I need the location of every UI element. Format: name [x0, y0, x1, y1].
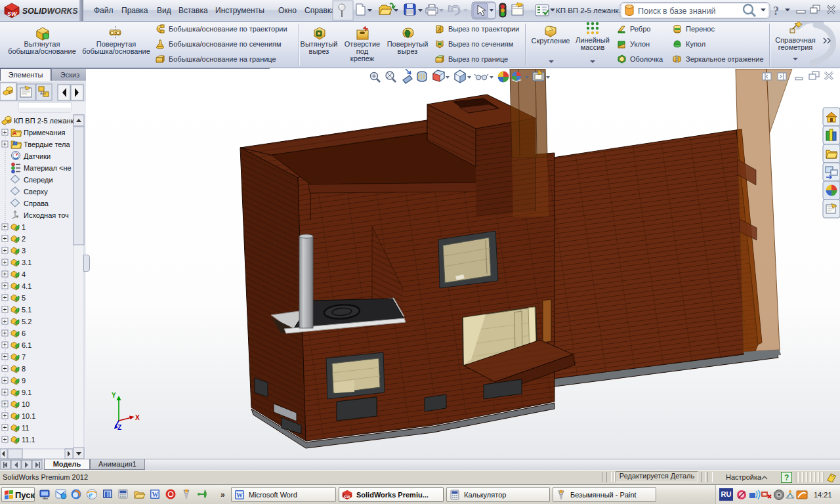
svg-text:6.1: 6.1: [22, 341, 32, 349]
svg-text:1: 1: [22, 223, 26, 231]
svg-text:5.2: 5.2: [22, 318, 32, 326]
svg-text:Материал <не: Материал <не: [24, 164, 72, 172]
svg-text:SW: SW: [7, 10, 18, 17]
svg-text:9.1: 9.1: [22, 388, 32, 396]
svg-text:Примечания: Примечания: [24, 129, 66, 136]
svg-text:10.1: 10.1: [22, 412, 35, 420]
svg-text:8: 8: [22, 365, 26, 373]
svg-text:КП ВП 2-5 лежанк...: КП ВП 2-5 лежанк...: [556, 7, 625, 14]
svg-text:X: X: [135, 414, 140, 421]
svg-text:Справа: Справа: [24, 200, 49, 207]
svg-text:Спереди: Спереди: [24, 176, 53, 184]
svg-text:2: 2: [22, 235, 26, 243]
svg-text:Y: Y: [112, 392, 116, 399]
svg-text:10: 10: [22, 400, 30, 408]
svg-text:Поиск в базе знаний: Поиск в базе знаний: [638, 7, 715, 16]
svg-text:3: 3: [22, 247, 26, 255]
svg-text:3.1: 3.1: [22, 259, 32, 266]
svg-text:e: e: [89, 490, 93, 499]
svg-text:Исходная точ: Исходная точ: [24, 211, 69, 219]
svg-text:5.1: 5.1: [22, 306, 32, 314]
svg-text:9: 9: [22, 377, 26, 385]
svg-text:A: A: [12, 130, 17, 136]
svg-text:4: 4: [22, 270, 26, 278]
svg-text:Z: Z: [117, 424, 121, 431]
svg-text:Сверху: Сверху: [24, 188, 48, 196]
svg-text:Датчики: Датчики: [24, 152, 51, 160]
svg-text:11: 11: [22, 424, 29, 432]
svg-text:11.1: 11.1: [22, 436, 35, 444]
svg-text:7: 7: [22, 353, 26, 361]
svg-text:W: W: [152, 491, 159, 498]
svg-text:W: W: [236, 492, 243, 499]
svg-text:SW: SW: [344, 495, 350, 499]
svg-text:4.1: 4.1: [22, 282, 32, 290]
svg-text:Твердые тела: Твердые тела: [24, 140, 71, 148]
svg-text:КП ВП 2-5 лежанк: КП ВП 2-5 лежанк: [14, 117, 74, 125]
svg-text:5: 5: [22, 294, 26, 302]
svg-text:?: ?: [773, 5, 779, 18]
svg-text:6: 6: [22, 329, 26, 337]
svg-text:?: ?: [784, 473, 789, 482]
